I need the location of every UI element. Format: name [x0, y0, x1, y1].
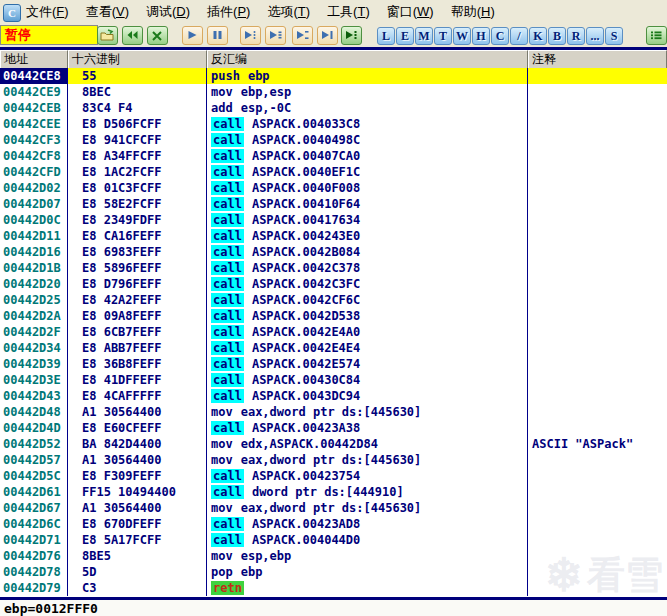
toolbar-letter-button-E[interactable]: E	[396, 27, 414, 45]
address-cell: 00442D2F	[0, 324, 68, 340]
menu-plugins[interactable]: 插件(P)	[207, 3, 250, 21]
run-to-user-code-button[interactable]	[341, 26, 362, 45]
toolbar-letter-button-S[interactable]: S	[605, 27, 623, 45]
run-button[interactable]	[182, 26, 203, 45]
disasm-row[interactable]: 00442D768BE5movesp,ebp	[0, 548, 667, 564]
mnemonic: call	[211, 309, 244, 323]
toolbar-letter-button-K[interactable]: K	[529, 27, 547, 45]
address-cell: 00442D67	[0, 500, 68, 516]
disasm-row[interactable]: 00442CE855pushebp	[0, 68, 667, 84]
disasm-row[interactable]: 00442D1BE8 5896FEFFcallASPACK.0042C378	[0, 260, 667, 276]
menu-file[interactable]: 文件(F)	[26, 3, 69, 21]
disasm-row[interactable]: 00442D25E8 42A2FEFFcallASPACK.0042CF6C	[0, 292, 667, 308]
toolbar-letter-button-W[interactable]: W	[453, 27, 471, 45]
disasm-row[interactable]: 00442D67A1 30564400moveax,dword ptr ds:[…	[0, 500, 667, 516]
address-cell: 00442CEE	[0, 116, 68, 132]
disasm-row[interactable]: 00442D0CE8 2349FDFFcallASPACK.00417634	[0, 212, 667, 228]
toolbar-letter-button-B[interactable]: B	[548, 27, 566, 45]
disasm-row[interactable]: 00442CEB83C4 F4addesp,-0C	[0, 100, 667, 116]
disasm-row[interactable]: 00442D39E8 36B8FEFFcallASPACK.0042E574	[0, 356, 667, 372]
disasm-row[interactable]: 00442D43E8 4CAFFFFFcallASPACK.0043DC94	[0, 388, 667, 404]
operands: ASPACK.0042D538	[252, 309, 360, 323]
toolbar-letter-button-C[interactable]: C	[491, 27, 509, 45]
disasm-row[interactable]: 00442D16E8 6983FEFFcallASPACK.0042B084	[0, 244, 667, 260]
mnemonic: call	[211, 229, 244, 243]
address-cell: 00442D61	[0, 484, 68, 500]
appearance-options-button[interactable]	[646, 26, 667, 45]
toolbar-letter-button-dots[interactable]: ...	[586, 27, 604, 45]
column-header-disasm[interactable]: 反汇编	[207, 50, 528, 69]
disasm-row[interactable]: 00442D2FE8 6CB7FEFFcallASPACK.0042E4A0	[0, 324, 667, 340]
toolbar-letter-button-R[interactable]: R	[567, 27, 585, 45]
step-over-icon	[268, 27, 283, 45]
disasm-row[interactable]: 00442CFDE8 1AC2FCFFcallASPACK.0040EF1C	[0, 164, 667, 180]
disasm-row[interactable]: 00442D4DE8 E60CFEFFcallASPACK.00423A38	[0, 420, 667, 436]
step-over-button[interactable]	[265, 26, 286, 45]
disasm-row[interactable]: 00442D785Dpopebp	[0, 564, 667, 580]
disasm-row[interactable]: 00442CF3E8 941CFCFFcallASPACK.0040498C	[0, 132, 667, 148]
menu-window[interactable]: 窗口(W)	[387, 3, 434, 21]
operands: ASPACK.00423754	[252, 469, 360, 483]
mnemonic: mov	[211, 501, 233, 515]
operands: esp,ebp	[241, 549, 292, 563]
disasm-cell: callASPACK.0042E574	[207, 356, 528, 372]
disasm-row[interactable]: 00442D6CE8 670DFEFFcallASPACK.00423AD8	[0, 516, 667, 532]
disasm-row[interactable]: 00442D5CE8 F309FEFFcallASPACK.00423754	[0, 468, 667, 484]
column-header-address[interactable]: 地址	[0, 50, 68, 69]
toolbar-letter-button-L[interactable]: L	[377, 27, 395, 45]
disasm-row[interactable]: 00442D79C3retn	[0, 580, 667, 596]
menu-options[interactable]: 选项(T)	[267, 3, 310, 21]
disasm-row[interactable]: 00442D11E8 CA16FEFFcallASPACK.004243E0	[0, 228, 667, 244]
disasm-row[interactable]: 00442D07E8 58E2FCFFcallASPACK.00410F64	[0, 196, 667, 212]
disasm-row[interactable]: 00442D52BA 842D4400movedx,ASPACK.00442D8…	[0, 436, 667, 452]
menu-view[interactable]: 查看(V)	[86, 3, 129, 21]
hex-bytes-cell: 55	[68, 68, 207, 84]
trace-into-button[interactable]	[292, 26, 313, 45]
toolbar-letter-button-H[interactable]: H	[472, 27, 490, 45]
disasm-cell: callASPACK.00417634	[207, 212, 528, 228]
column-header-hex[interactable]: 十六进制	[68, 50, 207, 69]
disasm-cell: callASPACK.00410F64	[207, 196, 528, 212]
toolbar-letter-button-M[interactable]: M	[415, 27, 433, 45]
disasm-row[interactable]: 00442D02E8 01C3FCFFcallASPACK.0040F008	[0, 180, 667, 196]
disasm-row[interactable]: 00442CE98BECmovebp,esp	[0, 84, 667, 100]
mnemonic: call	[211, 357, 244, 371]
toolbar-letter-button-slash[interactable]: /	[510, 27, 528, 45]
step-into-button[interactable]	[240, 26, 261, 45]
close-button[interactable]	[147, 26, 168, 45]
disasm-row[interactable]: 00442D3EE8 41DFFEFFcallASPACK.00430C84	[0, 372, 667, 388]
comment-cell	[528, 452, 667, 468]
hex-bytes-cell: E8 ABB7FEFF	[68, 340, 207, 356]
run-to-return-button[interactable]	[317, 26, 338, 45]
restart-button[interactable]	[122, 26, 143, 45]
operands: ASPACK.00423AD8	[252, 517, 360, 531]
disasm-row[interactable]: 00442D57A1 30564400moveax,dword ptr ds:[…	[0, 452, 667, 468]
column-header-comment[interactable]: 注释	[528, 50, 667, 69]
menu-help[interactable]: 帮助(H)	[451, 3, 495, 21]
disasm-row[interactable]: 00442CEEE8 D506FCFFcallASPACK.004033C8	[0, 116, 667, 132]
disasm-row[interactable]: 00442D2AE8 09A8FEFFcallASPACK.0042D538	[0, 308, 667, 324]
comment-cell	[528, 580, 667, 596]
hex-bytes-cell: E8 6CB7FEFF	[68, 324, 207, 340]
comment-cell	[528, 180, 667, 196]
toolbar-letter-label: ...	[591, 29, 600, 44]
open-file-button[interactable]	[97, 26, 118, 45]
disasm-row[interactable]: 00442D61FF15 10494400calldword ptr ds:[4…	[0, 484, 667, 500]
menu-tools[interactable]: 工具(T)	[327, 3, 370, 21]
comment-cell	[528, 516, 667, 532]
disasm-row[interactable]: 00442D71E8 5A17FCFFcallASPACK.004044D0	[0, 532, 667, 548]
address-cell: 00442D25	[0, 292, 68, 308]
run-to-user-code-icon	[344, 27, 359, 45]
disasm-row[interactable]: 00442CF8E8 A34FFCFFcallASPACK.00407CA0	[0, 148, 667, 164]
pause-button[interactable]	[207, 26, 228, 45]
toolbar-letter-button-T[interactable]: T	[434, 27, 452, 45]
disasm-row[interactable]: 00442D48A1 30564400moveax,dword ptr ds:[…	[0, 404, 667, 420]
comment-cell	[528, 148, 667, 164]
disasm-row[interactable]: 00442D34E8 ABB7FEFFcallASPACK.0042E4E4	[0, 340, 667, 356]
menu-debug[interactable]: 调试(D)	[146, 3, 190, 21]
disasm-cell: callASPACK.0042B084	[207, 244, 528, 260]
disasm-row[interactable]: 00442D20E8 D796FEFFcallASPACK.0042C3FC	[0, 276, 667, 292]
comment-cell	[528, 388, 667, 404]
disasm-cell: callASPACK.004033C8	[207, 116, 528, 132]
comment-cell	[528, 308, 667, 324]
